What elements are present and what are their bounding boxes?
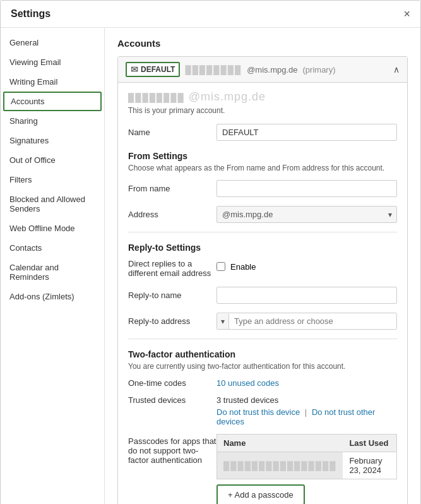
- reply-address-input[interactable]: [229, 313, 396, 329]
- two-factor-auth-section: Two-factor authentication You are curren…: [128, 349, 397, 504]
- email-blurred-part: ████████: [128, 93, 185, 102]
- reply-to-title: Reply-to Settings: [128, 243, 397, 253]
- page-title: Accounts: [117, 38, 408, 49]
- from-name-input[interactable]: [216, 180, 397, 197]
- trusted-devices-row: Trusted devices 3 trusted devices Do not…: [128, 395, 397, 426]
- passcodes-table: Name Last Used ████████████████: [216, 434, 397, 479]
- content-area: General Viewing Email Writing Email Acco…: [1, 28, 420, 504]
- name-label: Name: [128, 128, 216, 137]
- trusted-devices-value: 3 trusted devices Do not trust this devi…: [216, 395, 397, 426]
- table-row: ████████████████ February 23, 2024: [217, 452, 397, 479]
- from-name-row: From name: [128, 180, 397, 197]
- sidebar-item-calendar[interactable]: Calendar and Reminders: [1, 258, 104, 287]
- account-email-partial: @mis.mpg.de: [247, 65, 297, 75]
- title-bar: Settings ×: [1, 1, 420, 28]
- trust-links-row: Do not trust this device | Do not trust …: [216, 407, 397, 426]
- reply-to-name-row: Reply-to name: [128, 287, 397, 304]
- link-separator: |: [305, 407, 307, 417]
- sidebar-item-addons[interactable]: Add-ons (Zimlets): [1, 287, 104, 306]
- enable-checkbox-row: Enable: [216, 262, 256, 272]
- reply-address-dropdown-btn[interactable]: ▾: [217, 314, 229, 329]
- unused-codes-link[interactable]: 10 unused codes: [216, 378, 279, 388]
- divider: [128, 232, 397, 232]
- envelope-icon: ✉: [131, 64, 138, 75]
- passcodes-label: Passcodes for apps that do not support t…: [128, 434, 216, 465]
- sidebar-item-signatures[interactable]: Signatures: [1, 131, 104, 150]
- sidebar-item-filters[interactable]: Filters: [1, 170, 104, 189]
- from-name-label: From name: [128, 184, 216, 193]
- account-header-left: ✉ DEFAULT ████████ @mis.mpg.de (primary): [126, 62, 336, 77]
- sidebar-item-out-of-office[interactable]: Out of Office: [1, 150, 104, 170]
- account-email-blurred: ████████: [185, 65, 242, 75]
- account-card: ✉ DEFAULT ████████ @mis.mpg.de (primary)…: [117, 56, 408, 504]
- reply-to-address-row: Reply-to address ▾: [128, 313, 397, 330]
- chevron-up-icon[interactable]: ∧: [393, 64, 400, 75]
- col-last-used-header: Last Used: [343, 435, 396, 452]
- reply-to-name-input[interactable]: [216, 287, 397, 304]
- reply-to-address-label: Reply-to address: [128, 316, 216, 326]
- add-passcode-button[interactable]: + Add a passcode: [216, 484, 305, 504]
- sidebar-item-contacts[interactable]: Contacts: [1, 238, 104, 258]
- passcode-date-cell: February 23, 2024: [343, 452, 396, 479]
- passcodes-table-wrapper: Name Last Used ████████████████: [216, 434, 397, 504]
- sidebar-item-sharing[interactable]: Sharing: [1, 111, 104, 131]
- address-label: Address: [128, 210, 216, 219]
- address-row: Address @mis.mpg.de ▾: [128, 206, 397, 223]
- primary-account-text: This is your primary account.: [128, 106, 397, 115]
- sidebar-item-accounts[interactable]: Accounts: [3, 92, 102, 111]
- settings-window: Settings × General Viewing Email Writing…: [0, 0, 421, 504]
- account-email-large: ████████ @mis.mpg.de: [128, 90, 397, 104]
- trusted-devices-count: 3 trusted devices: [216, 395, 397, 405]
- sidebar: General Viewing Email Writing Email Acco…: [1, 28, 105, 504]
- from-settings-desc: Choose what appears as the From name and…: [128, 164, 397, 172]
- window-title: Settings: [11, 8, 50, 20]
- sidebar-item-blocked-allowed[interactable]: Blocked and Allowed Senders: [1, 189, 104, 219]
- default-badge-label: DEFAULT: [141, 65, 175, 74]
- close-button[interactable]: ×: [403, 8, 410, 20]
- name-row: Name: [128, 124, 397, 141]
- one-time-codes-row: One-time codes 10 unused codes: [128, 378, 397, 388]
- col-name-header: Name: [217, 435, 343, 452]
- sidebar-item-viewing-email[interactable]: Viewing Email: [1, 52, 104, 72]
- name-input[interactable]: [216, 124, 397, 141]
- divider-2: [128, 339, 397, 339]
- enable-checkbox[interactable]: [216, 262, 225, 271]
- email-suffix: @mis.mpg.de: [189, 90, 266, 103]
- reply-address-wrapper: ▾: [216, 313, 397, 330]
- default-badge: ✉ DEFAULT: [126, 62, 180, 77]
- sidebar-item-general[interactable]: General: [1, 33, 104, 52]
- passcode-name-blurred: ████████████████: [223, 461, 336, 471]
- address-select[interactable]: @mis.mpg.de: [216, 206, 397, 223]
- account-body: ████████ @mis.mpg.de This is your primar…: [118, 83, 407, 504]
- account-primary-label: (primary): [303, 65, 336, 75]
- reply-to-name-label: Reply-to name: [128, 291, 216, 300]
- direct-replies-row: Direct replies to a different email addr…: [128, 255, 397, 278]
- trusted-devices-label: Trusted devices: [128, 395, 216, 426]
- address-select-wrapper: @mis.mpg.de ▾: [216, 206, 397, 223]
- do-not-trust-device-link[interactable]: Do not trust this device: [216, 407, 300, 417]
- one-time-codes-value: 10 unused codes: [216, 378, 397, 388]
- from-settings-title: From Settings: [128, 151, 397, 161]
- sidebar-item-web-offline[interactable]: Web Offline Mode: [1, 219, 104, 238]
- sidebar-item-writing-email[interactable]: Writing Email: [1, 72, 104, 92]
- enable-label: Enable: [230, 262, 256, 272]
- tfa-desc: You are currently using two-factor authe…: [128, 362, 397, 371]
- main-content: Accounts ✉ DEFAULT ████████ @mis.mpg.de …: [105, 28, 420, 504]
- direct-replies-label: Direct replies to a different email addr…: [128, 255, 216, 278]
- passcode-name-cell: ████████████████: [217, 452, 343, 479]
- account-header: ✉ DEFAULT ████████ @mis.mpg.de (primary)…: [118, 57, 407, 83]
- tfa-title: Two-factor authentication: [128, 349, 397, 359]
- one-time-codes-label: One-time codes: [128, 378, 216, 388]
- passcodes-row: Passcodes for apps that do not support t…: [128, 434, 397, 504]
